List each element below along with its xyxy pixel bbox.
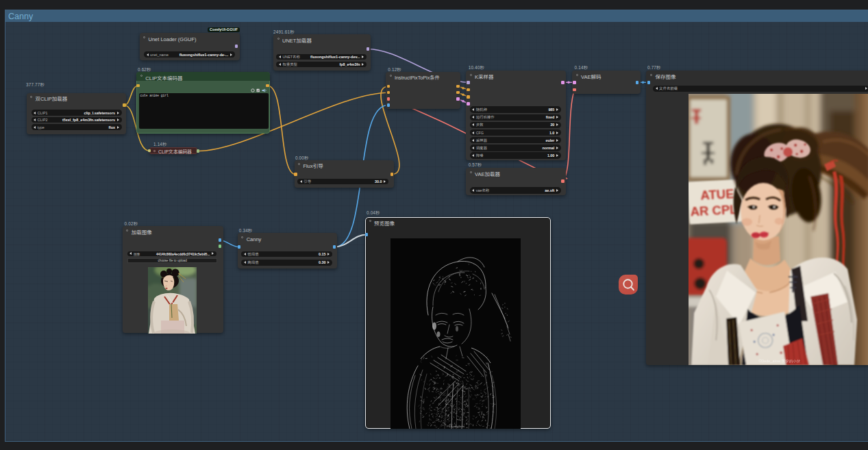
svg-text:Pic/todaylens: Pic/todaylens: [447, 425, 465, 428]
svg-text:ATUE: ATUE: [700, 186, 734, 203]
svg-text:©Dede_aime 英俊的小伙: ©Dede_aime 英俊的小伙: [758, 359, 801, 364]
svg-text:AR CPL: AR CPL: [690, 202, 738, 219]
